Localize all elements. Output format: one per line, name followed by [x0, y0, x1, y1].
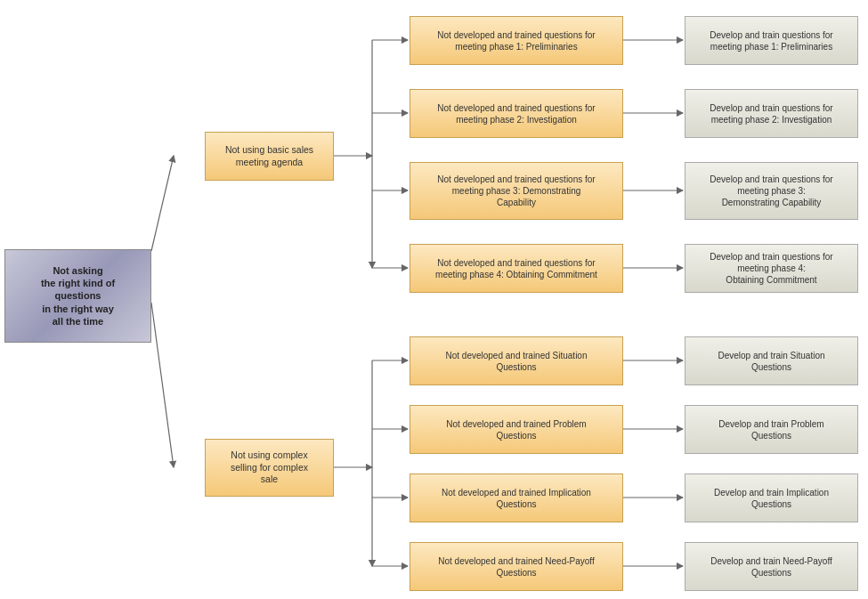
- svg-line-2: [151, 303, 174, 467]
- orange-node-7: Not developed and trained Need-Payoff Qu…: [410, 542, 623, 591]
- orange-label-3: Not developed and trained questions for …: [435, 257, 597, 280]
- orange-label-5: Not developed and trained Problem Questi…: [446, 418, 586, 441]
- root-label: Not asking the right kind of questions i…: [41, 264, 115, 328]
- gray-node-4: Develop and train Situation Questions: [685, 336, 858, 385]
- orange-node-6: Not developed and trained Implication Qu…: [410, 474, 623, 522]
- gray-node-2: Develop and train questions for meeting …: [685, 162, 858, 220]
- mid-node-2: Not using complex selling for complex sa…: [205, 439, 334, 497]
- orange-node-5: Not developed and trained Problem Questi…: [410, 405, 623, 454]
- orange-label-4: Not developed and trained Situation Ques…: [445, 350, 587, 373]
- orange-label-2: Not developed and trained questions for …: [437, 174, 595, 208]
- gray-label-5: Develop and train Problem Questions: [718, 418, 823, 441]
- orange-label-7: Not developed and trained Need-Payoff Qu…: [438, 555, 595, 579]
- gray-label-2: Develop and train questions for meeting …: [710, 174, 832, 208]
- mid-node-1: Not using basic sales meeting agenda: [205, 132, 334, 181]
- gray-label-6: Develop and train Implication Questions: [714, 487, 829, 510]
- root-node: Not asking the right kind of questions i…: [4, 249, 151, 343]
- orange-label-1: Not developed and trained questions for …: [437, 102, 595, 125]
- orange-node-3: Not developed and trained questions for …: [410, 244, 623, 293]
- orange-node-1: Not developed and trained questions for …: [410, 89, 623, 138]
- orange-label-0: Not developed and trained questions for …: [437, 29, 595, 53]
- gray-label-1: Develop and train questions for meeting …: [710, 102, 832, 125]
- gray-node-0: Develop and train questions for meeting …: [685, 16, 858, 65]
- gray-node-3: Develop and train questions for meeting …: [685, 244, 858, 293]
- gray-label-7: Develop and train Need-Payoff Questions: [710, 555, 832, 579]
- mid-label-2: Not using complex selling for complex sa…: [231, 449, 308, 486]
- gray-label-3: Develop and train questions for meeting …: [710, 251, 832, 286]
- orange-label-6: Not developed and trained Implication Qu…: [442, 487, 591, 510]
- gray-label-4: Develop and train Situation Questions: [718, 350, 824, 373]
- svg-line-1: [151, 156, 174, 251]
- gray-node-1: Develop and train questions for meeting …: [685, 89, 858, 138]
- gray-label-0: Develop and train questions for meeting …: [710, 29, 832, 53]
- gray-node-7: Develop and train Need-Payoff Questions: [685, 542, 858, 591]
- mid-label-1: Not using basic sales meeting agenda: [225, 144, 313, 168]
- diagram-container: Not asking the right kind of questions i…: [0, 0, 868, 599]
- gray-node-5: Develop and train Problem Questions: [685, 405, 858, 454]
- orange-node-2: Not developed and trained questions for …: [410, 162, 623, 220]
- gray-node-6: Develop and train Implication Questions: [685, 474, 858, 522]
- orange-node-4: Not developed and trained Situation Ques…: [410, 336, 623, 385]
- orange-node-0: Not developed and trained questions for …: [410, 16, 623, 65]
